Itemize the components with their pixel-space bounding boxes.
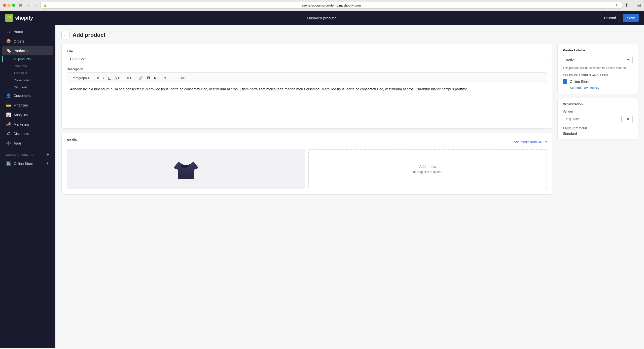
- sidebar-item-orders[interactable]: 📦 Orders: [2, 37, 53, 46]
- url-text: nextjs-ecommerce-demo.myshopify.com: [49, 4, 615, 7]
- paragraph-label: Paragraph: [71, 76, 87, 80]
- sidebar-item-discounts[interactable]: 🏷 Discounts: [2, 129, 53, 138]
- align-chevron-icon: ▾: [130, 76, 131, 80]
- sales-channels-label: SALES CHANNELS: [6, 153, 34, 156]
- sidebar-item-label: Products: [14, 49, 27, 53]
- video-button[interactable]: ▶: [153, 75, 158, 81]
- sidebar-sub-item-all-products[interactable]: All products: [2, 56, 53, 62]
- rte-sep-3: [135, 76, 135, 81]
- underline-button[interactable]: U: [107, 75, 112, 81]
- browser-chrome: ⊟ ‹ › 🔒 nextjs-ecommerce-demo.myshopify.…: [0, 0, 644, 11]
- minimize-dot[interactable]: [8, 4, 11, 7]
- sidebar-sub-item-inventory[interactable]: Inventory: [2, 63, 53, 69]
- title-description-card: Title Description Paragraph ▾ B I: [61, 44, 552, 129]
- add-tab-icon[interactable]: +: [631, 3, 634, 8]
- media-grid: Add media or drop files to upload: [67, 149, 547, 189]
- sidebar-item-products[interactable]: 🏷️ Products: [2, 46, 53, 55]
- sidebar-item-finances[interactable]: 💳 Finances: [2, 100, 53, 110]
- sales-channels-apps-label: SALES CHANNELS AND APPS: [563, 74, 633, 77]
- description-content[interactable]: Aenean lacinia bibendum nulla sed consec…: [67, 83, 547, 123]
- grid-icon[interactable]: ⊞: [637, 3, 641, 8]
- vendor-dropdown-button[interactable]: ⇅: [624, 115, 633, 123]
- home-icon: ⌂: [6, 29, 11, 34]
- browser-traffic-lights: [3, 4, 15, 7]
- save-button[interactable]: Save: [623, 14, 639, 22]
- sidebar-item-apps[interactable]: ➕ Apps: [2, 138, 53, 148]
- link-button[interactable]: 🔗: [137, 75, 144, 81]
- title-input[interactable]: [67, 55, 547, 63]
- add-media-from-url-link[interactable]: Add media from URL ▾: [514, 140, 547, 144]
- rte-toolbar: Paragraph ▾ B I U A ▾: [67, 73, 547, 83]
- media-header: Media Add media from URL ▾: [67, 138, 547, 146]
- bold-button[interactable]: B: [95, 75, 101, 81]
- media-upload-area[interactable]: Add media or drop files to upload: [308, 149, 547, 189]
- add-media-label: Add media: [419, 165, 436, 169]
- browser-back-button[interactable]: ‹: [26, 3, 31, 8]
- organization-title: Organization: [563, 102, 633, 106]
- add-media-url-label: Add media from URL: [514, 140, 544, 144]
- vendor-chevron-icon: ⇅: [627, 117, 630, 121]
- sidebar-sub-item-transfers[interactable]: Transfers: [2, 70, 53, 77]
- title-label: Title: [67, 49, 547, 53]
- back-button[interactable]: ←: [61, 31, 69, 39]
- product-type-value: Standard: [563, 131, 633, 135]
- product-status-card: Product status Active Draft This product…: [557, 44, 638, 94]
- right-sidebar: Product status Active Draft This product…: [557, 44, 638, 199]
- sidebar-item-customers[interactable]: 👤 Customers: [2, 91, 53, 100]
- align-icon: ≡: [127, 76, 129, 80]
- text-color-chevron-icon: ▾: [118, 76, 120, 80]
- organization-card: Organization Vendor ⇅ PRODUCT TYPE Stand…: [557, 98, 638, 140]
- address-bar[interactable]: 🔒 nextjs-ecommerce-demo.myshopify.com ↻: [40, 2, 622, 9]
- shirt-image: [171, 154, 201, 184]
- top-bar-actions: Discard Save: [600, 14, 639, 22]
- sidebar-item-online-store[interactable]: 🏪 Online Store 👁: [2, 159, 53, 168]
- paragraph-dropdown[interactable]: Paragraph ▾: [70, 75, 91, 81]
- share-icon[interactable]: ⬆: [625, 3, 628, 8]
- shopify-logo[interactable]: shopify: [5, 14, 33, 22]
- status-select[interactable]: Active Draft: [563, 56, 633, 64]
- close-dot[interactable]: [3, 4, 6, 7]
- align-button[interactable]: ≡ ▾: [125, 75, 133, 81]
- discounts-icon: 🏷: [6, 131, 11, 136]
- shopify-logo-text: shopify: [15, 15, 33, 21]
- rte-sep-4: [170, 76, 170, 81]
- analytics-icon: 📊: [6, 112, 11, 117]
- table-button[interactable]: ⊞ ▾: [159, 75, 168, 81]
- sidebar-sub-item-gift-cards[interactable]: Gift cards: [2, 84, 53, 91]
- sidebar-item-label: Customers: [14, 94, 31, 98]
- media-card: Media Add media from URL ▾: [61, 133, 552, 195]
- sidebar-sub-item-collections[interactable]: Collections: [2, 77, 53, 84]
- add-media-chevron-icon: ▾: [545, 140, 547, 144]
- apps-icon: ➕: [6, 141, 11, 146]
- sales-channels-section: SALES CHANNELS AND APPS ✓ Online Store S…: [563, 74, 633, 90]
- table-icon: ⊞: [161, 76, 163, 80]
- media-item-existing[interactable]: [67, 149, 305, 189]
- sidebar-item-analytics[interactable]: 📊 Analytics: [2, 110, 53, 119]
- sidebar-item-home[interactable]: ⌂ Home: [2, 27, 53, 36]
- vendor-row: ⇅: [563, 115, 633, 123]
- eye-icon[interactable]: 👁: [46, 162, 49, 166]
- more-options-button[interactable]: ···: [172, 75, 178, 81]
- fullscreen-dot[interactable]: [12, 4, 15, 7]
- orders-icon: 📦: [6, 39, 11, 44]
- schedule-availability-link[interactable]: Schedule availability: [570, 86, 633, 90]
- sidebar-toggle-button[interactable]: ⊟: [18, 3, 24, 8]
- sidebar-item-label: Orders: [14, 39, 24, 43]
- status-description: This product will be available to 1 sale…: [563, 66, 633, 70]
- online-store-checkbox[interactable]: ✓: [563, 79, 567, 84]
- browser-forward-button[interactable]: ›: [33, 3, 38, 8]
- sidebar-item-marketing[interactable]: 📣 Marketing: [2, 120, 53, 129]
- online-store-channel-row: ✓ Online Store: [563, 79, 633, 84]
- top-bar: shopify Unsaved product Discard Save: [0, 11, 644, 25]
- add-sales-channel-icon[interactable]: +: [47, 152, 49, 157]
- lock-icon: 🔒: [44, 4, 47, 7]
- code-view-button[interactable]: </>: [179, 75, 187, 81]
- vendor-input[interactable]: [563, 115, 622, 123]
- reload-icon[interactable]: ↻: [616, 3, 619, 7]
- discard-button[interactable]: Discard: [600, 14, 620, 22]
- italic-button[interactable]: I: [102, 75, 106, 81]
- image-button[interactable]: 🖼: [145, 75, 152, 81]
- text-color-button[interactable]: A ▾: [113, 75, 121, 81]
- description-label: Description: [67, 67, 547, 71]
- online-store-label: Online Store: [14, 162, 33, 166]
